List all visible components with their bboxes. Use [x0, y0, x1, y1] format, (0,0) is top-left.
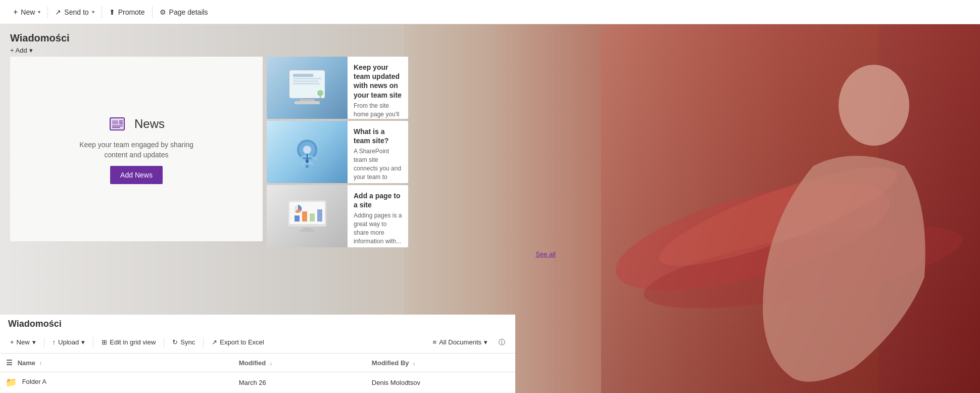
sendto-button[interactable]: ↗ Send to ▾ — [50, 5, 99, 19]
export-icon: ↗ — [212, 338, 217, 346]
promote-label: Promote — [118, 8, 145, 16]
svg-rect-20 — [295, 101, 320, 104]
docs-new-label: New — [17, 338, 30, 346]
svg-rect-33 — [310, 213, 315, 222]
svg-rect-37 — [300, 230, 314, 232]
news-items-list: Keep your team updated with news on your… — [267, 57, 408, 247]
svg-rect-15 — [293, 74, 313, 77]
add-label: + Add — [10, 47, 27, 54]
docs-info-button[interactable]: ⓘ — [495, 335, 509, 350]
info-icon: ⓘ — [499, 338, 505, 347]
news-item-1-title: Keep your team updated with news on your… — [354, 63, 402, 100]
news-item-2-content: What is a team site? A SharePoint team s… — [348, 121, 408, 183]
promote-button[interactable]: ⬆ Promote — [104, 5, 150, 19]
gear-icon: ⚙ — [160, 8, 166, 16]
docs-export-button[interactable]: ↗ Export to Excel — [208, 336, 268, 348]
docs-section-title: Wiadomości — [0, 315, 515, 331]
svg-rect-18 — [293, 83, 320, 84]
docs-sync-button[interactable]: ↻ Sync — [168, 336, 199, 348]
news-item-3-excerpt: Adding pages is a great way to share mor… — [354, 211, 402, 245]
divider-1 — [47, 6, 48, 18]
col-header-modified[interactable]: Modified ↓ — [233, 354, 366, 372]
svg-point-26 — [303, 146, 311, 154]
news-thumb-1 — [267, 57, 348, 119]
news-item-1[interactable]: Keep your team updated with news on your… — [267, 57, 408, 119]
docs-table: ☰ Name ↑ Modified ↓ Modified By ↓ — [0, 354, 515, 393]
svg-rect-31 — [295, 215, 300, 222]
news-item-2-title: What is a team site? — [354, 127, 402, 145]
docs-table-body: 📁 Folder A March 26 Denis Molodtsov — [0, 372, 515, 393]
modified-sort-icon: ↓ — [270, 361, 272, 366]
news-item-1-content: Keep your team updated with news on your… — [348, 57, 408, 119]
sendto-icon: ↗ — [55, 8, 61, 16]
divider-3 — [152, 6, 153, 18]
table-row[interactable]: 📁 Folder A March 26 Denis Molodtsov — [0, 372, 515, 393]
docs-editgrid-label: Edit in grid view — [110, 338, 156, 346]
promote-icon: ⬆ — [109, 8, 115, 16]
docs-new-button[interactable]: + New ▾ — [6, 336, 40, 348]
docs-upload-chevron: ▾ — [81, 338, 85, 346]
news-icon — [108, 114, 128, 134]
svg-rect-17 — [293, 80, 318, 82]
main-content: Wiadomości + Add ▾ News Keep your team e… — [0, 24, 980, 393]
news-card-subtitle: Keep your team engaged by sharing conten… — [71, 140, 202, 160]
docs-upload-button[interactable]: ↑ Upload ▾ — [48, 336, 89, 348]
docs-toolbar: + New ▾ ↑ Upload ▾ ⊞ Edit in grid view ↻… — [0, 331, 515, 354]
modifiedby-sort-icon: ↓ — [413, 361, 415, 366]
folder-icon: 📁 — [6, 377, 16, 387]
add-chevron: ▾ — [29, 47, 33, 54]
sendto-chevron: ▾ — [92, 9, 94, 15]
svg-rect-32 — [302, 211, 307, 222]
news-item-2-excerpt: A SharePoint team site connects you and … — [354, 147, 402, 183]
svg-rect-34 — [317, 209, 322, 222]
news-icon-area: News — [108, 114, 165, 134]
upload-icon: ↑ — [53, 338, 56, 346]
pagedetails-button[interactable]: ⚙ Page details — [155, 5, 213, 19]
editgrid-icon: ⊞ — [102, 338, 107, 346]
svg-point-25 — [306, 165, 309, 168]
news-item-3[interactable]: Add a page to a site Adding pages is a g… — [267, 185, 408, 247]
top-toolbar: + New ▾ ↗ Send to ▾ ⬆ Promote ⚙ Page det… — [0, 0, 980, 24]
new-chevron: ▾ — [38, 9, 40, 15]
all-docs-label: All Documents — [439, 338, 481, 346]
docs-section: Wiadomości + New ▾ ↑ Upload ▾ ⊞ Edit in … — [0, 315, 515, 393]
docs-editgrid-button[interactable]: ⊞ Edit in grid view — [97, 336, 160, 348]
table-cell-modified: March 26 — [233, 372, 366, 393]
news-thumb-2 — [267, 121, 348, 183]
docs-divider-4 — [203, 337, 204, 347]
plus-icon: + — [13, 8, 18, 17]
docs-table-header-row: ☰ Name ↑ Modified ↓ Modified By ↓ — [0, 354, 515, 372]
new-label: New — [21, 8, 35, 16]
news-main-card: News Keep your team engaged by sharing c… — [10, 57, 263, 241]
table-cell-name: 📁 Folder A — [0, 372, 233, 393]
docs-new-plus-icon: + — [10, 338, 14, 346]
page-title-top: Wiadomości — [10, 32, 70, 44]
svg-rect-7 — [112, 120, 118, 124]
svg-rect-19 — [300, 99, 315, 101]
all-docs-chevron: ▾ — [484, 338, 487, 346]
divider-2 — [102, 6, 102, 18]
name-sort-icon: ↑ — [39, 361, 42, 366]
table-cell-modifiedby: Denis Molodtsov — [366, 372, 515, 393]
new-button[interactable]: + New ▾ — [8, 5, 45, 20]
docs-sync-label: Sync — [180, 338, 195, 346]
docs-divider-3 — [164, 337, 164, 347]
docs-toolbar-right: ≡ All Documents ▾ ⓘ — [429, 335, 509, 350]
add-button[interactable]: + Add ▾ — [10, 47, 33, 54]
all-docs-button[interactable]: ≡ All Documents ▾ — [429, 336, 492, 348]
filter-icon: ≡ — [433, 338, 437, 346]
see-all-link[interactable]: See all — [535, 250, 556, 258]
col-header-modifiedby[interactable]: Modified By ↓ — [366, 354, 515, 372]
col-header-name[interactable]: ☰ Name ↑ — [0, 354, 233, 372]
news-item-2[interactable]: What is a team site? A SharePoint team s… — [267, 121, 408, 183]
add-news-button[interactable]: Add News — [110, 166, 163, 184]
news-item-3-title: Add a page to a site — [354, 191, 402, 209]
sync-icon: ↻ — [172, 338, 178, 346]
svg-rect-36 — [303, 228, 311, 230]
docs-divider-2 — [93, 337, 93, 347]
news-item-1-excerpt: From the site home page you'll be able t… — [354, 102, 402, 119]
sendto-label: Send to — [64, 8, 88, 16]
news-card-title: News — [134, 117, 165, 131]
svg-point-28 — [306, 160, 309, 163]
docs-new-chevron: ▾ — [32, 338, 36, 346]
